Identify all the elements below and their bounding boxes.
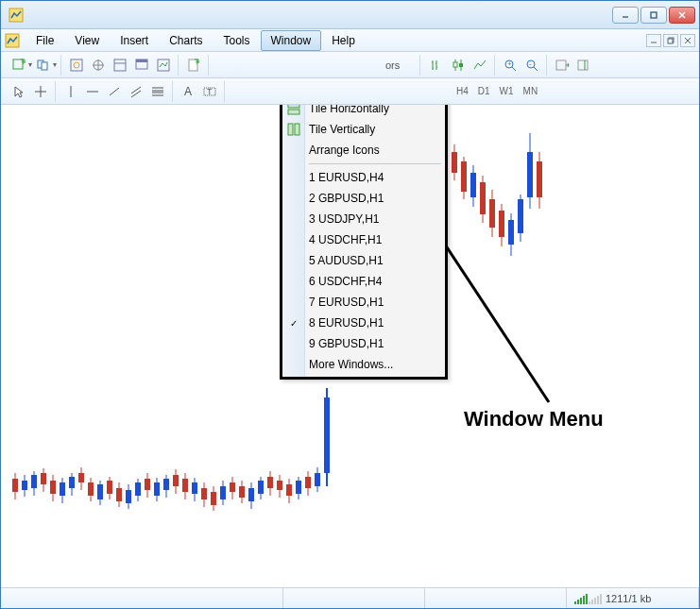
menu-window-5[interactable]: 5 AUDUSD,H1 bbox=[282, 250, 445, 271]
chart-shift-button[interactable] bbox=[573, 55, 594, 76]
svg-text:-: - bbox=[529, 59, 532, 68]
menu-window-9[interactable]: 9 GBPUSD,H1 bbox=[282, 333, 445, 354]
svg-rect-46 bbox=[12, 479, 18, 492]
fibonacci-button[interactable] bbox=[147, 81, 168, 102]
menu-window-7[interactable]: 7 EURUSD,H1 bbox=[282, 292, 445, 313]
menu-help[interactable]: Help bbox=[321, 30, 366, 51]
svg-rect-92 bbox=[230, 482, 235, 492]
terminal-button[interactable] bbox=[131, 55, 152, 76]
chart-area[interactable]: Window Menu + New Window Cascade Tile Ho… bbox=[1, 105, 699, 587]
svg-rect-72 bbox=[135, 482, 141, 496]
channel-button[interactable] bbox=[126, 81, 146, 102]
toolbar-main: + ▾ ▾ + ors + - bbox=[1, 52, 699, 78]
svg-rect-70 bbox=[126, 490, 131, 503]
menu-tile-horizontally[interactable]: Tile Horizontally bbox=[282, 105, 445, 119]
app-icon bbox=[9, 8, 24, 23]
cursor-button[interactable] bbox=[9, 81, 29, 102]
tile-horizontal-icon bbox=[286, 105, 301, 116]
mdi-close-button[interactable] bbox=[680, 34, 695, 47]
dropdown-icon[interactable]: ▾ bbox=[53, 60, 57, 69]
menu-tools[interactable]: Tools bbox=[213, 30, 261, 51]
svg-rect-58 bbox=[69, 477, 75, 488]
menu-window-4[interactable]: 4 USDCHF,H1 bbox=[282, 229, 445, 250]
menu-view[interactable]: View bbox=[64, 30, 110, 51]
connection-bars-icon bbox=[574, 593, 602, 604]
crosshair-button[interactable] bbox=[30, 81, 51, 102]
trendline-button[interactable] bbox=[104, 81, 125, 102]
data-window-button[interactable] bbox=[110, 55, 130, 76]
svg-rect-96 bbox=[248, 488, 254, 501]
annotation-label: Window Menu bbox=[464, 407, 604, 431]
svg-rect-18 bbox=[158, 59, 169, 71]
svg-rect-140 bbox=[288, 105, 299, 108]
candlestick-button[interactable] bbox=[448, 55, 469, 76]
svg-text:T: T bbox=[207, 87, 213, 96]
timeframe-w1[interactable]: W1 bbox=[496, 84, 518, 98]
svg-rect-112 bbox=[324, 398, 330, 473]
new-order-button[interactable]: + bbox=[183, 55, 204, 76]
menubar-app-icon bbox=[5, 33, 20, 48]
mdi-restore-button[interactable] bbox=[663, 34, 678, 47]
text-button[interactable]: A bbox=[178, 81, 198, 102]
line-chart-button[interactable] bbox=[470, 55, 490, 76]
tile-vertical-icon bbox=[286, 122, 301, 137]
menu-window-1[interactable]: 1 EURUSD,H4 bbox=[282, 167, 445, 188]
status-cell-2 bbox=[283, 588, 425, 608]
mdi-minimize-button[interactable] bbox=[646, 34, 661, 47]
menu-window-2[interactable]: 2 GBPUSD,H1 bbox=[282, 188, 445, 209]
svg-rect-78 bbox=[163, 479, 169, 490]
maximize-button[interactable] bbox=[640, 7, 667, 24]
menu-charts[interactable]: Charts bbox=[159, 30, 213, 51]
svg-text:+: + bbox=[195, 58, 199, 67]
svg-rect-68 bbox=[116, 488, 122, 501]
svg-line-38 bbox=[131, 91, 141, 97]
close-button[interactable] bbox=[669, 7, 695, 24]
svg-rect-32 bbox=[578, 60, 588, 70]
menu-tile-vertically[interactable]: Tile Vertically bbox=[282, 119, 445, 140]
menu-insert[interactable]: Insert bbox=[110, 30, 159, 51]
navigator-button[interactable] bbox=[88, 55, 109, 76]
timeframe-d1[interactable]: D1 bbox=[474, 84, 494, 98]
svg-rect-2 bbox=[651, 12, 657, 18]
minimize-button[interactable] bbox=[612, 7, 639, 24]
menu-window-3[interactable]: 3 USDJPY,H1 bbox=[282, 209, 445, 229]
svg-rect-56 bbox=[60, 482, 65, 496]
svg-rect-10 bbox=[42, 62, 47, 70]
svg-rect-50 bbox=[31, 475, 37, 488]
horizontal-line-button[interactable] bbox=[82, 81, 103, 102]
svg-rect-66 bbox=[107, 481, 112, 494]
strategy-tester-button[interactable] bbox=[153, 55, 174, 76]
menu-window-8[interactable]: ✓8 EURUSD,H1 bbox=[282, 313, 445, 333]
svg-rect-94 bbox=[239, 486, 245, 498]
menu-more-windows[interactable]: More Windows... bbox=[282, 354, 445, 375]
application-window: File View Insert Charts Tools Window Hel… bbox=[0, 0, 700, 609]
timeframe-mn[interactable]: MN bbox=[520, 84, 542, 98]
market-watch-button[interactable] bbox=[66, 55, 87, 76]
auto-scroll-button[interactable] bbox=[552, 55, 572, 76]
svg-rect-141 bbox=[288, 110, 299, 114]
svg-rect-14 bbox=[114, 59, 126, 71]
menu-window[interactable]: Window bbox=[261, 30, 322, 51]
timeframe-h4[interactable]: H4 bbox=[452, 84, 472, 98]
menu-arrange-icons[interactable]: Arrange Icons bbox=[282, 140, 445, 161]
menubar: File View Insert Charts Tools Window Hel… bbox=[1, 29, 699, 52]
text-label-button[interactable]: T bbox=[199, 81, 220, 102]
zoom-in-button[interactable]: + bbox=[500, 55, 521, 76]
bar-chart-button[interactable] bbox=[426, 55, 447, 76]
menu-window-6[interactable]: 6 USDCHF,H4 bbox=[282, 271, 445, 292]
status-cell-3 bbox=[425, 588, 567, 608]
new-chart-button[interactable]: + bbox=[9, 55, 29, 76]
dropdown-icon[interactable]: ▾ bbox=[28, 60, 32, 69]
svg-rect-64 bbox=[97, 484, 103, 499]
svg-rect-17 bbox=[136, 59, 147, 62]
svg-rect-60 bbox=[78, 473, 84, 482]
zoom-out-button[interactable]: - bbox=[521, 55, 542, 76]
svg-rect-52 bbox=[41, 473, 46, 484]
vertical-line-button[interactable] bbox=[60, 81, 81, 102]
svg-rect-102 bbox=[277, 481, 282, 490]
svg-rect-122 bbox=[480, 182, 486, 214]
svg-line-26 bbox=[512, 67, 516, 71]
profiles-button[interactable] bbox=[33, 55, 54, 76]
menu-file[interactable]: File bbox=[26, 30, 64, 51]
svg-rect-84 bbox=[192, 482, 197, 494]
